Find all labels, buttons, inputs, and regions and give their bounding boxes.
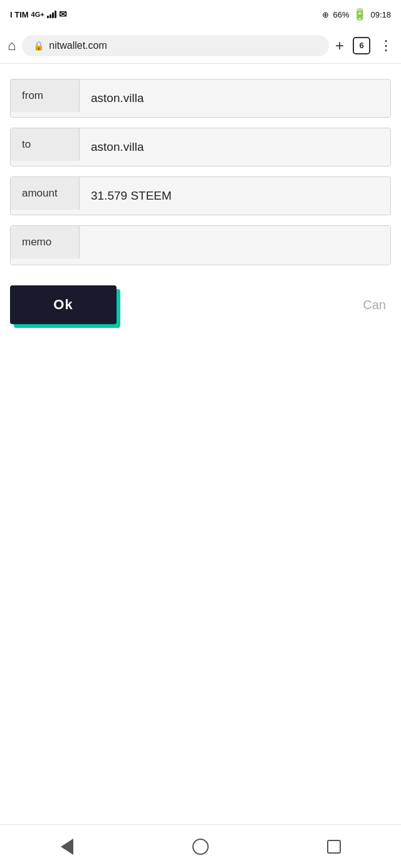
menu-button[interactable]: ⋮ bbox=[379, 38, 393, 54]
signal-icon bbox=[47, 9, 56, 20]
home-nav-button[interactable] bbox=[182, 828, 219, 865]
memo-label: memo bbox=[11, 226, 80, 258]
recents-button[interactable] bbox=[315, 828, 353, 865]
ok-button[interactable]: Ok bbox=[10, 285, 117, 324]
back-button[interactable] bbox=[48, 828, 86, 865]
to-value[interactable]: aston.villa bbox=[80, 130, 390, 164]
recents-icon bbox=[327, 840, 341, 854]
time-display: 09:18 bbox=[370, 10, 391, 19]
carrier-info: I TIM 4G+ ✉ bbox=[10, 9, 67, 20]
home-nav-icon bbox=[192, 839, 209, 855]
network-type: 4G+ bbox=[31, 11, 44, 18]
status-bar: I TIM 4G+ ✉ ⊕ 66% 🔋 09:18 bbox=[0, 0, 401, 28]
home-button[interactable]: ⌂ bbox=[8, 38, 16, 54]
tab-count: 6 bbox=[359, 41, 363, 50]
from-value[interactable]: aston.villa bbox=[80, 81, 390, 115]
memo-value[interactable] bbox=[80, 226, 390, 265]
memo-row: memo bbox=[10, 225, 391, 265]
amount-value[interactable]: 31.579 STEEM bbox=[80, 179, 390, 213]
lock-icon: 🔒 bbox=[33, 41, 44, 51]
carrier-text: I TIM bbox=[10, 10, 29, 19]
browser-chrome: ⌂ 🔒 nitwallet.com + 6 ⋮ bbox=[0, 28, 401, 64]
page-content: from aston.villa to aston.villa amount 3… bbox=[0, 64, 401, 324]
bottom-nav bbox=[0, 824, 401, 868]
add-tab-button[interactable]: + bbox=[335, 37, 344, 54]
to-row: to aston.villa bbox=[10, 128, 391, 166]
tab-switcher-button[interactable]: 6 bbox=[353, 37, 370, 54]
mail-icon: ✉ bbox=[59, 9, 67, 20]
data-icon: ⊕ bbox=[322, 10, 329, 19]
from-row: from aston.villa bbox=[10, 79, 391, 118]
browser-actions: + 6 ⋮ bbox=[335, 37, 393, 54]
to-label: to bbox=[11, 128, 80, 161]
back-icon bbox=[61, 839, 73, 855]
status-right: ⊕ 66% 🔋 09:18 bbox=[322, 8, 391, 21]
battery-icon: 🔋 bbox=[353, 8, 367, 21]
amount-row: amount 31.579 STEEM bbox=[10, 176, 391, 215]
amount-label: amount bbox=[11, 177, 80, 210]
from-label: from bbox=[11, 79, 80, 112]
cancel-button[interactable]: Can bbox=[363, 298, 391, 312]
buttons-row: Ok Can bbox=[10, 285, 391, 324]
url-bar[interactable]: 🔒 nitwallet.com bbox=[22, 35, 329, 56]
battery-percent: 66% bbox=[333, 10, 349, 19]
url-text: nitwallet.com bbox=[49, 40, 107, 51]
ok-btn-wrapper: Ok bbox=[10, 285, 117, 324]
